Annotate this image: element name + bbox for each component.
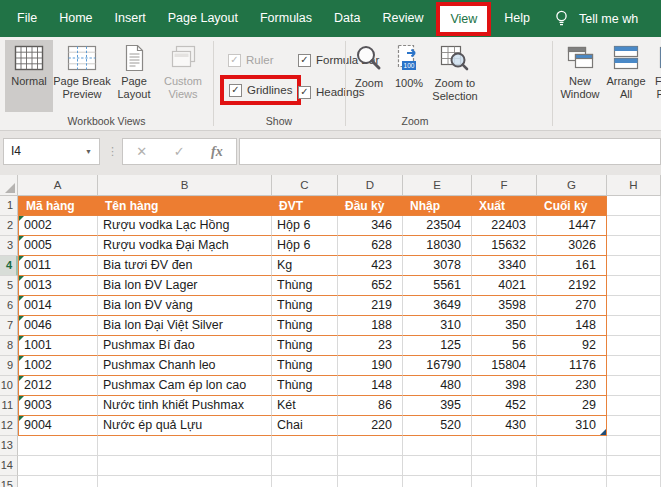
cell-C8[interactable]: Thùng <box>272 336 338 356</box>
row-header-8[interactable]: 8 <box>0 336 18 356</box>
cell-G3[interactable]: 3026 <box>537 236 607 256</box>
cell-G8[interactable]: 92 <box>537 336 607 356</box>
arrange-all-button[interactable]: Arrange All <box>604 40 648 112</box>
row-header-2[interactable]: 2 <box>0 216 18 236</box>
row-header-13[interactable]: 13 <box>0 436 18 456</box>
cell-H7[interactable] <box>607 316 661 336</box>
cell-B15[interactable] <box>98 476 272 487</box>
cell-H1[interactable] <box>607 196 661 216</box>
cell-F15[interactable] <box>472 476 537 487</box>
cell-C6[interactable]: Thùng <box>272 296 338 316</box>
cell-G12[interactable]: 310 <box>537 416 607 436</box>
tab-home[interactable]: Home <box>48 0 103 37</box>
cell-A13[interactable] <box>18 436 98 456</box>
formula-input[interactable] <box>239 138 661 165</box>
cell-H13[interactable] <box>607 436 661 456</box>
cell-D2[interactable]: 346 <box>338 216 403 236</box>
cell-A2[interactable]: 0002 <box>18 216 98 236</box>
cell-H4[interactable] <box>607 256 661 276</box>
cell-F9[interactable]: 15804 <box>472 356 537 376</box>
cell-E15[interactable] <box>403 476 472 487</box>
cell-G4[interactable]: 161 <box>537 256 607 276</box>
zoom-button[interactable]: Zoom <box>348 40 390 112</box>
table-header-cell-E1[interactable]: Nhập <box>403 196 472 216</box>
cell-C12[interactable]: Chai <box>272 416 338 436</box>
cell-G2[interactable]: 1447 <box>537 216 607 236</box>
row-header-9[interactable]: 9 <box>0 356 18 376</box>
cell-F7[interactable]: 350 <box>472 316 537 336</box>
column-header-D[interactable]: D <box>338 175 403 196</box>
select-all-corner[interactable] <box>0 175 18 196</box>
column-header-G[interactable]: G <box>537 175 607 196</box>
column-header-E[interactable]: E <box>403 175 472 196</box>
cell-H11[interactable] <box>607 396 661 416</box>
cell-G15[interactable] <box>537 476 607 487</box>
cell-B2[interactable]: Rượu vodka Lạc Hồng <box>98 216 272 236</box>
row-header-5[interactable]: 5 <box>0 276 18 296</box>
page-break-preview-button[interactable]: Page Break Preview <box>53 40 111 112</box>
zoom-100-button[interactable]: 100 100% <box>390 40 428 112</box>
cell-E8[interactable]: 125 <box>403 336 472 356</box>
cell-E12[interactable]: 520 <box>403 416 472 436</box>
cell-B5[interactable]: Bia lon ĐV Lager <box>98 276 272 296</box>
cell-C3[interactable]: Hộp 6 <box>272 236 338 256</box>
cell-D10[interactable]: 148 <box>338 376 403 396</box>
cell-B3[interactable]: Rượu vodka Đại Mạch <box>98 236 272 256</box>
cell-B12[interactable]: Nước ép quả Lựu <box>98 416 272 436</box>
cell-E2[interactable]: 23504 <box>403 216 472 236</box>
cell-D7[interactable]: 188 <box>338 316 403 336</box>
column-header-F[interactable]: F <box>472 175 537 196</box>
cell-B9[interactable]: Pushmax Chanh leo <box>98 356 272 376</box>
cell-E4[interactable]: 3078 <box>403 256 472 276</box>
cell-C9[interactable]: Thùng <box>272 356 338 376</box>
cell-F13[interactable] <box>472 436 537 456</box>
cell-A5[interactable]: 0013 <box>18 276 98 296</box>
cell-A3[interactable]: 0005 <box>18 236 98 256</box>
tab-data[interactable]: Data <box>323 0 371 37</box>
cell-E9[interactable]: 16790 <box>403 356 472 376</box>
row-header-7[interactable]: 7 <box>0 316 18 336</box>
table-header-cell-G1[interactable]: Cuối kỳ <box>537 196 607 216</box>
cell-D15[interactable] <box>338 476 403 487</box>
tab-help[interactable]: Help <box>493 0 541 37</box>
column-header-B[interactable]: B <box>98 175 272 196</box>
zoom-to-selection-button[interactable]: Zoom to Selection <box>428 40 482 112</box>
cell-A10[interactable]: 2012 <box>18 376 98 396</box>
cell-B4[interactable]: Bia tươi ĐV đen <box>98 256 272 276</box>
cell-G13[interactable] <box>537 436 607 456</box>
cell-E7[interactable]: 310 <box>403 316 472 336</box>
cell-D13[interactable] <box>338 436 403 456</box>
row-header-1[interactable]: 1 <box>0 196 18 216</box>
cell-F10[interactable]: 398 <box>472 376 537 396</box>
cell-A12[interactable]: 9004 <box>18 416 98 436</box>
cell-A11[interactable]: 9003 <box>18 396 98 416</box>
cell-C14[interactable] <box>272 456 338 476</box>
cell-H14[interactable] <box>607 456 661 476</box>
cell-H8[interactable] <box>607 336 661 356</box>
cell-G14[interactable] <box>537 456 607 476</box>
row-header-12[interactable]: 12 <box>0 416 18 436</box>
cell-D14[interactable] <box>338 456 403 476</box>
table-header-cell-F1[interactable]: Xuất <box>472 196 537 216</box>
cell-H9[interactable] <box>607 356 661 376</box>
cell-D11[interactable]: 86 <box>338 396 403 416</box>
cell-H3[interactable] <box>607 236 661 256</box>
row-header-6[interactable]: 6 <box>0 296 18 316</box>
new-window-button[interactable]: New Window <box>558 40 602 112</box>
table-header-cell-A1[interactable]: Mã hàng <box>18 196 98 216</box>
column-header-C[interactable]: C <box>272 175 338 196</box>
column-header-H[interactable]: H <box>607 175 661 196</box>
cell-A8[interactable]: 1001 <box>18 336 98 356</box>
cell-D5[interactable]: 652 <box>338 276 403 296</box>
cell-E10[interactable]: 480 <box>403 376 472 396</box>
cell-B8[interactable]: Pushmax Bí đao <box>98 336 272 356</box>
row-header-15[interactable]: 15 <box>0 476 18 487</box>
cell-D3[interactable]: 628 <box>338 236 403 256</box>
freeze-panes-button[interactable]: Freeze Panes <box>650 40 661 112</box>
cell-B10[interactable]: Pushmax Cam ép lon cao <box>98 376 272 396</box>
cell-D8[interactable]: 23 <box>338 336 403 356</box>
cell-C13[interactable] <box>272 436 338 456</box>
cell-F6[interactable]: 3598 <box>472 296 537 316</box>
cell-H2[interactable] <box>607 216 661 236</box>
tab-formulas[interactable]: Formulas <box>249 0 323 37</box>
